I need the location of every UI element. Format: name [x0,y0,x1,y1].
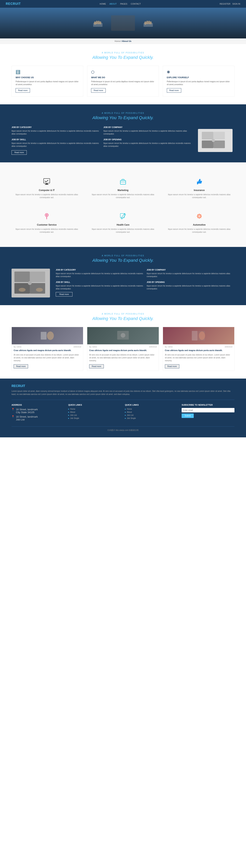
blog-meta-2: By: Admin 20/6/2018 [163,344,234,348]
why-read-2[interactable]: Read more [167,88,181,93]
footer-addr-line2-0: City State 34105 [16,411,38,414]
cat-item-0: Computer & IT Itque earum rerum hic tene… [11,174,82,203]
footer-addr-text-0: 16 Street, landmark City State 34105 [16,408,38,414]
svg-point-7 [146,21,148,24]
blog-img-svg-2 [191,330,206,341]
footer-ql2-link-2[interactable]: Job List [125,414,178,416]
svg-rect-16 [43,179,50,183]
signin-link[interactable]: SIGN IN [233,3,240,5]
nav-home[interactable]: HOME [99,3,106,5]
nav-contact[interactable]: CONTACT [131,3,141,5]
footer-addr-line1-0: 16 Street, landmark [16,408,38,411]
section1-subtitle: A WORLD FULL OF POSSIBILITIES [11,52,235,54]
why-read-0[interactable]: Read more [16,88,30,93]
blog-read-btn-2[interactable]: Read more [165,364,179,368]
section4-subtitle: A WORLD FULL OF POSSIBILITIES [11,255,235,257]
blog-title-1: Cras ultrices ligula sed magna dictum po… [87,348,159,352]
blog-author-1: By: Admin [89,346,97,348]
footer-ql1-link-3[interactable]: Job Single [68,417,121,419]
blog-author-2: By: Admin [165,346,173,348]
why-icon-1: ⬡ [91,70,155,74]
hero-image [0,8,246,38]
job-grid-left: JOB BY CATEGORY Itque earum rerum hic te… [11,126,192,155]
section4-title: Allowing You To Expand Quickly. [11,258,235,263]
hero-right-hand [143,13,154,33]
cat-text-1: Itque earum rerum hic tenetur a sapiente… [92,193,155,199]
nav-logo[interactable]: RECRUIT [6,2,21,6]
job-grid2: JOB BY CATEGORY Itque earum rerum hic te… [11,269,235,298]
breadcrumb-separator: / [121,40,121,42]
svg-point-40 [121,333,125,338]
svg-point-34 [28,281,32,285]
customer-service-icon [16,212,78,222]
nav-about[interactable]: ABOUT [110,3,117,5]
newsletter-email-input[interactable] [182,408,235,412]
job-item-1: JOB BY COMPANY Itque earum rerum hic ten… [103,126,192,135]
job-item2-text-0: Itque earum rerum hic tenetur a sapiente… [56,272,144,278]
blog-img-0 [12,327,83,344]
section4-dark: A WORLD FULL OF POSSIBILITIES Allowing Y… [0,247,246,305]
job-item2-0: JOB BY CATEGORY Itque earum rerum hic te… [56,269,144,278]
svg-rect-43 [198,331,205,341]
footer-ql2-title: Quick Links [125,404,178,406]
register-link[interactable]: REGISTER [220,3,230,5]
job-item2-1: JOB BY COMPANY Itque earum rerum hic ten… [147,269,235,278]
checkmark-icon [43,178,51,185]
blog-section: A WORLD FULL OF POSSIBILITIES Allowing Y… [0,305,246,378]
blog-date-2: 20/6/2018 [225,346,233,348]
job-item-text-1: Itque earum rerum hic tenetur a sapiente… [103,129,192,135]
footer-ql2-link-0[interactable]: Home [125,408,178,410]
pen-icon [119,212,127,220]
footer-addr-0: 📍 16 Street, landmark City State 34105 [11,408,64,414]
puzzle-svg-2 [12,270,49,297]
section4-read-btn[interactable]: Read more [56,292,72,297]
svg-rect-10 [202,132,213,140]
footer-brand: RECRUIT [11,384,235,388]
blog-card-2: By: Admin 20/6/2018 Cras ultrices ligula… [163,327,235,371]
blog-grid: By: Admin 20/6/2018 Cras ultrices ligula… [11,327,235,371]
why-read-1[interactable]: Read more [91,88,105,93]
footer: RECRUIT Lorem ipsum dolor sit amet, diam… [0,378,246,437]
svg-point-35 [19,288,26,292]
cat-text-5: Itque earum rerum hic tenetur a sapiente… [168,228,230,234]
footer-ql1-link-1[interactable]: About [68,411,121,413]
blog-read-btn-0[interactable]: Read more [13,364,28,368]
job-item2-title-3: JOB BY OPENING [147,281,235,283]
puzzle-svg-1 [200,130,230,151]
nav-pages[interactable]: PAGES [120,3,127,5]
footer-desc: Lorem ipsum dolor sit amet, diam nonumy … [11,390,235,396]
blog-meta-1: By: Admin 20/6/2018 [87,344,159,348]
blog-title-0: Cras ultrices ligula sed magna dictum po… [12,348,83,352]
job-item-2: JOB BY SKILL Itque earum rerum hic tenet… [11,138,100,148]
cat-name-2: Insurance [168,189,230,192]
svg-point-38 [47,332,54,340]
job-items: JOB BY CATEGORY Itque earum rerum hic te… [11,126,192,148]
breadcrumb-home[interactable]: Home [115,40,120,42]
section2-read-btn[interactable]: Read more [11,150,27,155]
cat-name-3: Customer Service [16,223,78,226]
footer-addr-1: 📍 16 Street, landmark Job List [11,415,64,421]
footer-ql1-link-0[interactable]: Home [68,408,121,410]
why-text-2: Pellentesque in ipsum id orci porta dapi… [167,80,230,86]
blog-read-btn-1[interactable]: Read more [89,364,103,368]
health-care-icon [92,212,155,222]
footer-copyright: 行内图片 bbz.xianjo.com 转载请注明 [11,426,235,432]
job-item-title-3: JOB BY OPENING [103,138,192,141]
footer-ql1-link-2[interactable]: Job List [68,414,121,416]
hero-banner [0,8,246,38]
blog-text-1: At vero eos et accusam et justo duo dolo… [87,352,159,364]
blog-text-2: At vero eos et accusam et justo duo dolo… [163,352,234,364]
blog-card-0: By: Admin 20/6/2018 Cras ultrices ligula… [11,327,83,371]
footer-ql2-link-3[interactable]: Job Single [125,417,178,419]
cat-item-3: Customer Service Itque earum rerum hic t… [11,209,82,237]
blog-text-0: At vero eos et accusam et justo duo dolo… [12,352,83,364]
why-choose-section: A WORLD FULL OF POSSIBILITIES Allowing Y… [0,44,246,104]
breadcrumb-current: About Us [122,40,131,42]
why-card-1: ⬡ WHAT WE DO Pellentesque in ipsum id or… [87,66,159,97]
pin-icon [43,212,51,220]
categories-grid: Computer & IT Itque earum rerum hic tene… [11,174,235,237]
why-icon-2: ❋ [167,70,230,74]
why-icon-0: ℹ️ [16,70,79,74]
footer-ql2-link-1[interactable]: About [125,411,178,413]
newsletter-submit-btn[interactable]: Submit [182,413,194,418]
